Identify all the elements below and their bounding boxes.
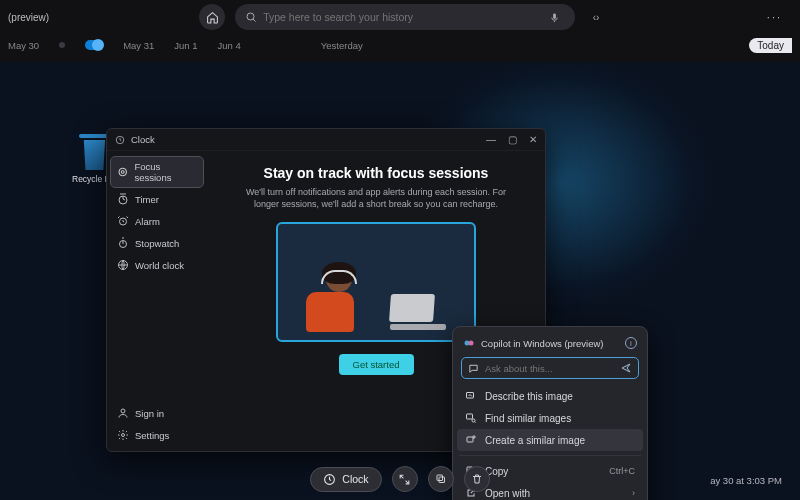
menu-item-label: Find similar images bbox=[485, 413, 571, 424]
sidebar-item-timer[interactable]: Timer bbox=[111, 189, 203, 209]
svg-point-4 bbox=[121, 171, 124, 174]
sparkle-icon bbox=[465, 434, 477, 446]
context-menu-header: Copilot in Windows (preview) i bbox=[457, 333, 643, 355]
snapshot-timestamp: ay 30 at 3:03 PM bbox=[710, 475, 782, 486]
window-close-button[interactable]: ✕ bbox=[529, 134, 537, 145]
history-search-input[interactable] bbox=[263, 11, 537, 23]
snapshot-copy-button[interactable] bbox=[428, 466, 454, 492]
svg-rect-14 bbox=[467, 414, 473, 419]
window-minimize-button[interactable]: — bbox=[486, 134, 496, 145]
sidebar-sign-in[interactable]: Sign in bbox=[111, 403, 203, 423]
sidebar-settings[interactable]: Settings bbox=[111, 425, 203, 445]
timeline-date[interactable]: Jun 4 bbox=[218, 40, 241, 51]
history-search[interactable] bbox=[235, 4, 575, 30]
open-app-label: Clock bbox=[342, 473, 368, 485]
snapshot-delete-button[interactable] bbox=[464, 466, 490, 492]
svg-point-9 bbox=[121, 409, 125, 413]
gear-icon bbox=[117, 429, 129, 441]
recycle-bin-icon bbox=[79, 134, 109, 138]
sidebar-item-focus-sessions[interactable]: Focus sessions bbox=[111, 157, 203, 187]
globe-icon bbox=[117, 259, 129, 271]
sidebar-item-label: Stopwatch bbox=[135, 238, 179, 249]
home-button[interactable] bbox=[199, 4, 225, 30]
header-more-button[interactable]: ··· bbox=[767, 11, 782, 23]
clock-titlebar[interactable]: Clock — ▢ ✕ bbox=[107, 129, 545, 151]
copy-icon bbox=[435, 473, 447, 485]
chat-icon bbox=[468, 363, 479, 374]
sidebar-item-label: Timer bbox=[135, 194, 159, 205]
timeline-date[interactable]: Jun 1 bbox=[174, 40, 197, 51]
svg-rect-21 bbox=[437, 475, 443, 481]
dev-hint-button[interactable]: ‹› bbox=[585, 6, 607, 28]
copilot-ask-field[interactable] bbox=[461, 357, 639, 379]
expand-icon bbox=[398, 473, 411, 486]
timer-icon bbox=[117, 193, 129, 205]
menu-item-label: Describe this image bbox=[485, 391, 573, 402]
sidebar-item-label: World clock bbox=[135, 260, 184, 271]
copilot-ask-input[interactable] bbox=[485, 363, 614, 374]
snapshot-stage: Recycle Bin Clock — ▢ ✕ Focus sessions T… bbox=[0, 62, 800, 500]
clock-icon bbox=[323, 473, 336, 486]
preview-badge: (preview) bbox=[8, 12, 49, 23]
svg-point-10 bbox=[122, 434, 125, 437]
menu-item-label: Create a similar image bbox=[485, 435, 585, 446]
info-icon[interactable]: i bbox=[625, 337, 637, 349]
snapshot-expand-button[interactable] bbox=[392, 466, 418, 492]
recycle-bin-icon bbox=[80, 140, 108, 170]
window-maximize-button[interactable]: ▢ bbox=[508, 134, 517, 145]
sidebar-item-label: Alarm bbox=[135, 216, 160, 227]
code-icon: ‹› bbox=[593, 12, 600, 23]
search-icon bbox=[245, 11, 257, 23]
clock-window-title: Clock bbox=[131, 134, 155, 145]
timeline-tick bbox=[59, 42, 65, 48]
svg-rect-20 bbox=[439, 477, 445, 483]
context-menu-title: Copilot in Windows (preview) bbox=[481, 338, 603, 349]
menu-describe-image[interactable]: Describe this image bbox=[457, 385, 643, 407]
focus-illustration bbox=[276, 222, 476, 342]
timeline-date[interactable]: May 31 bbox=[123, 40, 154, 51]
person-icon bbox=[117, 407, 129, 419]
sidebar-item-label: Settings bbox=[135, 430, 169, 441]
svg-rect-16 bbox=[467, 437, 473, 442]
timeline-date[interactable]: Yesterday bbox=[321, 40, 363, 51]
snapshot-action-bar: Clock bbox=[0, 466, 800, 492]
timeline-scrubber[interactable] bbox=[85, 40, 103, 50]
stopwatch-icon bbox=[117, 237, 129, 249]
menu-divider bbox=[459, 455, 641, 456]
copilot-icon bbox=[463, 337, 475, 349]
sidebar-item-label: Focus sessions bbox=[134, 161, 197, 183]
sidebar-item-alarm[interactable]: Alarm bbox=[111, 211, 203, 231]
timeline[interactable]: May 30 May 31 Jun 1 Jun 4 Yesterday Toda… bbox=[0, 34, 800, 58]
clock-sidebar: Focus sessions Timer Alarm Stopwatch Wor… bbox=[107, 151, 207, 451]
home-icon bbox=[206, 11, 219, 24]
sidebar-item-stopwatch[interactable]: Stopwatch bbox=[111, 233, 203, 253]
target-icon bbox=[117, 166, 128, 178]
svg-rect-1 bbox=[553, 13, 556, 19]
sidebar-item-label: Sign in bbox=[135, 408, 164, 419]
svg-point-12 bbox=[469, 341, 474, 346]
menu-find-similar[interactable]: Find similar images bbox=[457, 407, 643, 429]
mic-icon bbox=[549, 12, 560, 23]
timeline-today-pill[interactable]: Today bbox=[749, 38, 792, 53]
voice-search-button[interactable] bbox=[543, 6, 565, 28]
clock-icon bbox=[115, 135, 125, 145]
open-app-button[interactable]: Clock bbox=[310, 467, 381, 492]
svg-point-3 bbox=[119, 168, 127, 176]
describe-icon bbox=[465, 390, 477, 402]
svg-point-0 bbox=[247, 13, 254, 20]
svg-rect-13 bbox=[467, 393, 474, 399]
trash-icon bbox=[471, 473, 483, 485]
sidebar-item-world-clock[interactable]: World clock bbox=[111, 255, 203, 275]
timeline-date[interactable]: May 30 bbox=[8, 40, 39, 51]
menu-create-similar[interactable]: Create a similar image bbox=[457, 429, 643, 451]
send-icon[interactable] bbox=[620, 362, 632, 374]
search-image-icon bbox=[465, 412, 477, 424]
recall-header: (preview) ‹› ··· bbox=[0, 0, 800, 34]
get-started-button[interactable]: Get started bbox=[339, 354, 414, 375]
focus-subtext: We'll turn off notifications and app ale… bbox=[236, 186, 516, 210]
focus-heading: Stay on track with focus sessions bbox=[264, 165, 489, 181]
window-controls: — ▢ ✕ bbox=[486, 134, 537, 145]
alarm-icon bbox=[117, 215, 129, 227]
